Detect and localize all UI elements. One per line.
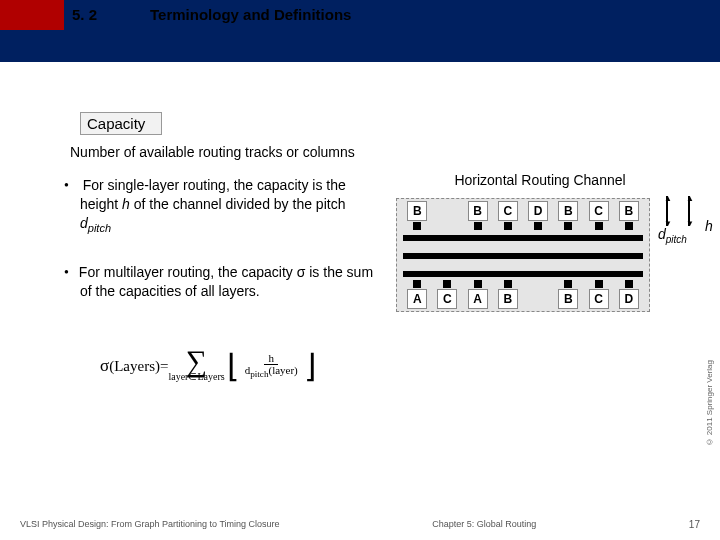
footer-center: Chapter 5: Global Routing <box>432 519 536 530</box>
footer: VLSI Physical Design: From Graph Partiti… <box>0 519 720 530</box>
bullet-list: For single-layer routing, the capacity i… <box>80 176 380 329</box>
section-title: Terminology and Definitions <box>150 6 351 23</box>
title-bar <box>0 0 720 62</box>
pin: C <box>437 289 457 309</box>
formula-sum: ∑ layer∈Layers <box>168 350 224 382</box>
formula-arg: (Layers) <box>109 358 160 375</box>
capacity-box: Capacity <box>80 112 162 135</box>
footer-left: VLSI Physical Design: From Graph Partiti… <box>20 519 280 530</box>
pin: C <box>589 201 609 221</box>
pin: B <box>558 201 578 221</box>
pin: B <box>558 289 578 309</box>
bottom-pin-row: ACABBCD <box>397 289 649 309</box>
pin: B <box>498 289 518 309</box>
formula: σ(Layers) = ∑ layer∈Layers ⌊ h dpitch(la… <box>100 344 310 388</box>
bullet-1-d: d <box>80 215 88 231</box>
pin: C <box>498 201 518 221</box>
formula-eq: = <box>160 358 168 375</box>
diagram: Horizontal Routing Channel BBCDBCB ACABB… <box>390 172 690 312</box>
pin: B <box>619 201 639 221</box>
bullet-2: For multilayer routing, the capacity σ i… <box>80 263 380 301</box>
copyright: © 2011 Springer Verlag <box>705 360 714 446</box>
top-pin-row: BBCDBCB <box>397 201 649 221</box>
pin <box>528 289 548 309</box>
pin: D <box>619 289 639 309</box>
track <box>403 253 643 259</box>
bullet-1-dsub: pitch <box>88 222 111 234</box>
lbracket-icon: ⌊ <box>227 347 239 385</box>
track <box>403 235 643 241</box>
pin: C <box>589 289 609 309</box>
bullet-1-h: h <box>122 196 130 212</box>
pin: A <box>407 289 427 309</box>
formula-sigma: σ <box>100 356 109 376</box>
pin: A <box>468 289 488 309</box>
diagram-title: Horizontal Routing Channel <box>390 172 690 188</box>
title-accent <box>0 0 64 30</box>
sum-icon: ∑ <box>186 350 207 372</box>
page-number: 17 <box>689 519 700 530</box>
pin <box>437 201 457 221</box>
rbracket-icon: ⌋ <box>304 347 316 385</box>
pin: D <box>528 201 548 221</box>
section-number: 5. 2 <box>72 6 97 23</box>
slide: 5. 2 Terminology and Definitions Capacit… <box>0 0 720 540</box>
formula-frac: h dpitch(layer) <box>241 352 302 379</box>
formula-sum-bot: layer∈Layers <box>168 372 224 382</box>
formula-frac-top: h <box>264 352 278 365</box>
formula-frac-bot: dpitch(layer) <box>241 364 302 376</box>
pin: B <box>407 201 427 221</box>
bullet-1: For single-layer routing, the capacity i… <box>80 176 380 235</box>
h-label: h <box>705 218 713 234</box>
dpitch-label: dpitch <box>658 226 687 245</box>
track <box>403 271 643 277</box>
subheading: Number of available routing tracks or co… <box>70 144 355 160</box>
routing-channel: BBCDBCB ACABBCD <box>396 198 650 312</box>
pin: B <box>468 201 488 221</box>
bullet-1-text-b: of the channel divided by the pitch <box>130 196 346 212</box>
